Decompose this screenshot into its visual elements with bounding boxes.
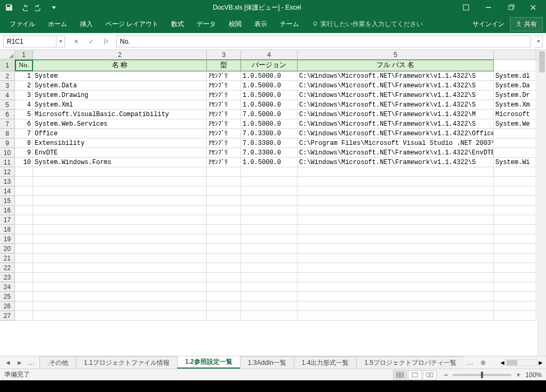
sheet-tab[interactable]: 1.5プロジェクトプロパティ一覧 (356, 356, 464, 369)
cell[interactable] (494, 206, 536, 215)
cell[interactable]: ｱｾﾝﾌﾞﾘ (207, 81, 241, 91)
sheet-tab[interactable]: 1.1プロジェクトファイル情報 (76, 356, 178, 369)
cell[interactable] (494, 186, 536, 196)
sheet-tab[interactable]: .その他 (39, 356, 76, 369)
table-header[interactable]: No. (15, 60, 33, 71)
sign-in-link[interactable]: サインイン (467, 20, 510, 29)
cell[interactable]: ｱｾﾝﾌﾞﾘ (207, 91, 241, 100)
cell[interactable]: 1.0.5000.0 (241, 158, 298, 167)
ribbon-tab-data[interactable]: データ (190, 15, 222, 32)
cell[interactable] (494, 177, 536, 186)
cell[interactable]: ｱｾﾝﾌﾞﾘ (207, 71, 241, 81)
row-header[interactable]: 26 (0, 301, 15, 311)
cell[interactable] (33, 254, 207, 263)
restore-icon[interactable] (500, 1, 521, 14)
cell[interactable] (207, 263, 241, 273)
cell[interactable] (207, 177, 241, 186)
cell[interactable]: ｱｾﾝﾌﾞﾘ (207, 148, 241, 158)
cell[interactable] (15, 282, 33, 292)
tab-nav-prev-icon[interactable]: ◄ (3, 358, 13, 368)
tab-overflow-icon[interactable]: … (464, 356, 477, 369)
tell-me[interactable]: 実行したい作業を入力してください (306, 15, 429, 32)
table-header[interactable]: フル パス 名 (298, 60, 494, 71)
cell[interactable] (241, 244, 298, 254)
view-normal-icon[interactable] (393, 370, 407, 380)
ribbon-tab-view[interactable]: 表示 (248, 15, 274, 32)
row-header[interactable]: 4 (0, 91, 15, 100)
row-header[interactable]: 22 (0, 263, 15, 273)
cell[interactable]: ｱｾﾝﾌﾞﾘ (207, 138, 241, 148)
cell[interactable] (494, 129, 536, 138)
cell[interactable]: 9 (15, 148, 33, 158)
cell[interactable]: ｱｾﾝﾌﾞﾘ (207, 129, 241, 138)
cell[interactable]: C:\Windows\Microsoft.NET\Framework\v1.1.… (298, 129, 494, 138)
ribbon-tab-insert[interactable]: 挿入 (74, 15, 99, 32)
row-header[interactable]: 6 (0, 110, 15, 119)
cell[interactable]: C:\Windows\Microsoft.NET\Framework\v1.1.… (298, 119, 494, 129)
undo-icon[interactable] (19, 3, 29, 12)
row-header[interactable]: 27 (0, 311, 15, 321)
hscroll-right-icon[interactable]: ► (537, 359, 544, 366)
cell[interactable] (207, 234, 241, 244)
cell[interactable] (15, 311, 33, 321)
ribbon-tab-review[interactable]: 校閲 (222, 15, 248, 32)
ribbon-tab-pagelayout[interactable]: ページ レイアウト (99, 15, 165, 32)
cell[interactable] (298, 254, 494, 263)
cell[interactable] (241, 292, 298, 301)
cell[interactable] (494, 138, 536, 148)
cell[interactable] (207, 186, 241, 196)
col-header[interactable] (494, 50, 536, 59)
cell[interactable]: 6 (15, 119, 33, 129)
cell[interactable] (494, 263, 536, 273)
qat-customize-icon[interactable] (49, 3, 59, 12)
cell[interactable] (241, 282, 298, 292)
cell[interactable]: 1 (15, 71, 33, 81)
cell[interactable] (494, 60, 536, 71)
cell[interactable]: Extensibility (33, 138, 207, 148)
cell[interactable] (494, 225, 536, 234)
cell[interactable] (241, 254, 298, 263)
table-header[interactable]: バージョン (241, 60, 298, 71)
ribbon-tab-home[interactable]: ホーム (42, 15, 74, 32)
row-header[interactable]: 7 (0, 119, 15, 129)
cell[interactable] (15, 186, 33, 196)
tab-nav-next-icon[interactable]: ► (15, 358, 25, 368)
cell[interactable] (15, 206, 33, 215)
cell[interactable] (298, 186, 494, 196)
cell[interactable]: C:\Windows\Microsoft.NET\Framework\v1.1.… (298, 110, 494, 119)
row-header[interactable]: 5 (0, 100, 15, 110)
cell[interactable] (15, 263, 33, 273)
cell[interactable]: 7.0.5000.0 (241, 110, 298, 119)
formula-expand-icon[interactable] (534, 36, 543, 47)
cell[interactable] (15, 196, 33, 206)
cell[interactable] (494, 148, 536, 158)
cell[interactable]: System.We (494, 119, 536, 129)
table-header[interactable]: 型 (207, 60, 241, 71)
ribbon-tab-team[interactable]: チーム (274, 15, 306, 32)
cell[interactable] (241, 167, 298, 177)
new-sheet-button[interactable]: ⊕ (477, 356, 489, 369)
cell[interactable] (207, 282, 241, 292)
row-header[interactable]: 11 (0, 158, 15, 167)
view-pagebreak-icon[interactable] (423, 370, 437, 380)
cell[interactable]: C:\Windows\Microsoft.NET\Framework\v1.1.… (298, 100, 494, 110)
cell[interactable]: System.Web.Services (33, 119, 207, 129)
cell[interactable] (241, 234, 298, 244)
cell[interactable] (298, 206, 494, 215)
zoom-out-button[interactable]: − (442, 371, 449, 379)
row-header[interactable]: 14 (0, 186, 15, 196)
cell[interactable] (15, 254, 33, 263)
cell[interactable] (241, 196, 298, 206)
cell[interactable] (494, 244, 536, 254)
cell[interactable] (298, 292, 494, 301)
col-header[interactable]: 5 (298, 50, 494, 59)
cell[interactable] (298, 177, 494, 186)
cell[interactable] (494, 292, 536, 301)
cell[interactable]: C:\Windows\Microsoft.NET\Framework\v1.1.… (298, 81, 494, 91)
cell[interactable] (207, 206, 241, 215)
zoom-level[interactable]: 100% (525, 371, 542, 379)
col-header[interactable]: 3 (207, 50, 241, 59)
cell[interactable] (15, 292, 33, 301)
cell[interactable] (241, 177, 298, 186)
cell[interactable] (241, 215, 298, 225)
